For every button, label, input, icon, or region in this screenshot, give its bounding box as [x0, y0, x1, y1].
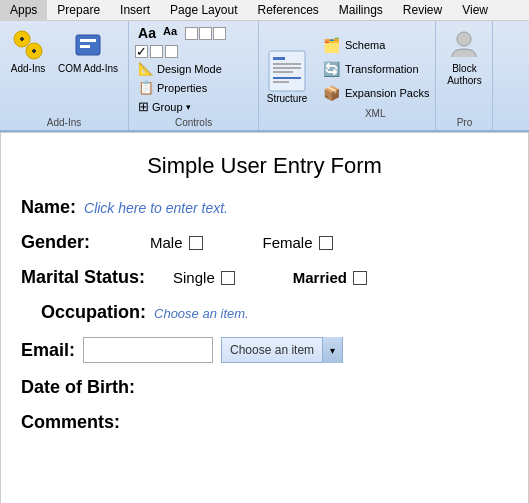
choose-item-text: Choose an item: [222, 343, 322, 357]
svg-rect-9: [273, 71, 293, 73]
dob-label: Date of Birth:: [21, 377, 135, 398]
ctrl-icon-1: [185, 27, 198, 40]
name-row: Name: Click here to enter text.: [21, 197, 508, 218]
schema-button[interactable]: 🗂️ Schema: [319, 34, 431, 56]
group-dropdown-icon: ▾: [186, 102, 191, 112]
dropdown-arrow-icon[interactable]: ▾: [322, 337, 342, 363]
menu-prepare[interactable]: Prepare: [47, 0, 110, 20]
com-add-ins-label: COM Add-Ins: [58, 63, 118, 75]
design-mode-icon: 📐: [138, 61, 154, 76]
transformation-icon: 🔄: [321, 59, 341, 79]
addins-content: Add-Ins COM Add-Ins: [6, 25, 122, 115]
aa-buttons: Aa Aa: [135, 25, 226, 41]
gender-female-text: Female: [263, 234, 313, 251]
ctrl-chk-3: [165, 45, 178, 58]
expansion-icon: 📦: [321, 83, 341, 103]
block-authors-label: BlockAuthors: [447, 63, 481, 87]
add-ins-label: Add-Ins: [11, 63, 45, 75]
properties-button[interactable]: 📋 Properties: [135, 79, 210, 96]
xml-group-label: XML: [319, 106, 431, 119]
marital-row: Marital Status: Single Married: [21, 267, 508, 288]
name-placeholder[interactable]: Click here to enter text.: [84, 200, 228, 216]
occupation-row: Occupation: Choose an item.: [21, 302, 508, 323]
block-authors-button[interactable]: BlockAuthors: [442, 25, 486, 89]
com-add-ins-button[interactable]: COM Add-Ins: [54, 25, 122, 77]
gender-male-text: Male: [150, 234, 183, 251]
add-ins-button[interactable]: Add-Ins: [6, 25, 50, 77]
svg-rect-4: [80, 45, 90, 48]
schema-label: Schema: [345, 39, 385, 51]
marital-married-text: Married: [293, 269, 347, 286]
properties-label: Properties: [157, 82, 207, 94]
ribbon: Add-Ins COM Add-Ins Add-Ins Aa Aa: [0, 21, 529, 132]
ctrl-chk-1: ✓: [135, 45, 148, 58]
schema-icon: 🗂️: [321, 35, 341, 55]
ribbon-group-addins: Add-Ins COM Add-Ins Add-Ins: [0, 21, 129, 130]
ribbon-group-pro: BlockAuthors Pro: [436, 21, 493, 130]
name-label: Name:: [21, 197, 76, 218]
block-authors-icon: [446, 27, 482, 63]
menu-apps[interactable]: Apps: [0, 0, 47, 20]
structure-label: Structure: [267, 93, 308, 104]
gender-male-option: Male: [150, 234, 203, 251]
svg-rect-7: [273, 63, 301, 65]
occupation-placeholder[interactable]: Choose an item.: [154, 306, 249, 321]
page-content: Simple User Entry Form Name: Click here …: [0, 132, 529, 503]
design-mode-button[interactable]: 📐 Design Mode: [135, 60, 225, 77]
group-label: Group: [152, 101, 183, 113]
menu-mailings[interactable]: Mailings: [329, 0, 393, 20]
menu-view[interactable]: View: [452, 0, 498, 20]
pro-group-label: Pro: [457, 115, 473, 128]
aa-big[interactable]: Aa: [135, 25, 159, 41]
dob-row: Date of Birth:: [21, 377, 508, 398]
svg-rect-8: [273, 67, 301, 69]
marital-married-checkbox[interactable]: [353, 271, 367, 285]
ribbon-group-xml: Structure 🗂️ Schema 🔄 Transformation 📦 E…: [259, 21, 436, 130]
group-icon: ⊞: [138, 99, 149, 114]
ribbon-group-controls: Aa Aa ✓ 📐 Design Mode: [129, 21, 259, 130]
addins-group-label: Add-Ins: [47, 115, 81, 128]
add-ins-icon: [10, 27, 46, 63]
menu-insert[interactable]: Insert: [110, 0, 160, 20]
xml-items: 🗂️ Schema 🔄 Transformation 📦 Expansion P…: [315, 30, 435, 123]
svg-rect-6: [273, 57, 285, 60]
gender-female-checkbox[interactable]: [319, 236, 333, 250]
menu-bar: Apps Prepare Insert Page Layout Referenc…: [0, 0, 529, 21]
group-button[interactable]: ⊞ Group ▾: [135, 98, 194, 115]
svg-point-12: [457, 32, 471, 46]
gender-row: Gender: Male Female: [21, 232, 508, 253]
design-mode-label: Design Mode: [157, 63, 222, 75]
ctrl-row2: ✓: [135, 45, 178, 58]
com-add-ins-icon: [70, 27, 106, 63]
ctrl-chk-2: [150, 45, 163, 58]
transformation-button[interactable]: 🔄 Transformation: [319, 58, 431, 80]
email-row: Email: Choose an item ▾: [21, 337, 508, 363]
ctrl-icon-2: [199, 27, 212, 40]
ctrl-icon-3: [213, 27, 226, 40]
menu-references[interactable]: References: [247, 0, 328, 20]
marital-single-option: Single: [173, 269, 235, 286]
gender-male-checkbox[interactable]: [189, 236, 203, 250]
menu-page-layout[interactable]: Page Layout: [160, 0, 247, 20]
expansion-packs-button[interactable]: 📦 Expansion Packs: [319, 82, 431, 104]
controls-group-label: Controls: [175, 115, 212, 128]
gender-label: Gender:: [21, 232, 90, 253]
controls-content: Aa Aa ✓ 📐 Design Mode: [135, 25, 252, 115]
expansion-packs-label: Expansion Packs: [345, 87, 429, 99]
properties-icon: 📋: [138, 80, 154, 95]
transformation-label: Transformation: [345, 63, 419, 75]
marital-single-text: Single: [173, 269, 215, 286]
choose-item-dropdown[interactable]: Choose an item ▾: [221, 337, 343, 363]
email-label: Email:: [21, 340, 75, 361]
aa-small[interactable]: Aa: [160, 25, 180, 41]
gender-female-option: Female: [263, 234, 333, 251]
svg-rect-11: [273, 81, 289, 83]
svg-rect-10: [273, 77, 301, 79]
form-title: Simple User Entry Form: [21, 153, 508, 179]
marital-single-checkbox[interactable]: [221, 271, 235, 285]
menu-review[interactable]: Review: [393, 0, 452, 20]
email-input[interactable]: [83, 337, 213, 363]
structure-button[interactable]: Structure: [259, 47, 315, 106]
marital-married-option: Married: [293, 269, 367, 286]
structure-icon: [265, 49, 309, 93]
